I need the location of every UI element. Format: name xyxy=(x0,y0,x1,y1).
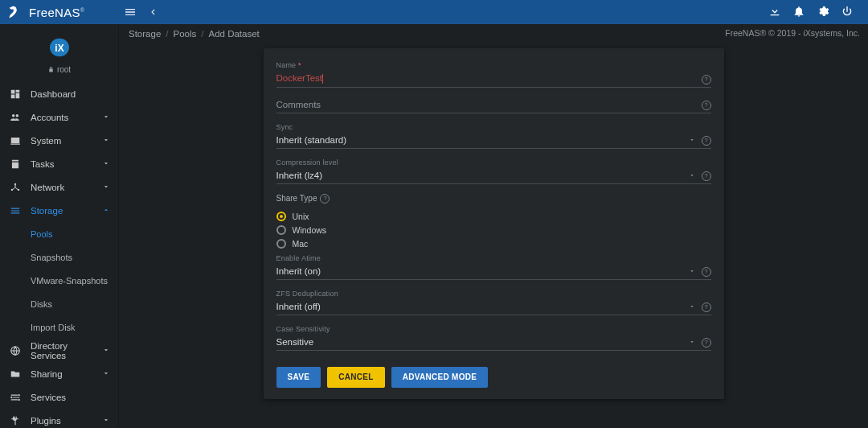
select-compression[interactable]: Inherit (lz4) xyxy=(276,168,711,184)
help-icon[interactable]: ? xyxy=(702,302,711,312)
chevron-left-icon xyxy=(147,6,158,18)
back-button[interactable] xyxy=(141,1,164,23)
advanced-mode-button[interactable]: ADVANCED MODE xyxy=(391,367,489,388)
label-name: Name * xyxy=(276,61,711,69)
nav-system[interactable]: System xyxy=(0,129,118,152)
gear-icon[interactable] xyxy=(817,5,829,20)
brand-name: FreeNAS® xyxy=(29,6,84,19)
field-atime: Enable Atime Inherit (on) ? xyxy=(276,254,711,280)
help-icon[interactable]: ? xyxy=(702,267,711,277)
nav-directory-services[interactable]: Directory Services xyxy=(0,339,118,362)
copyright: FreeNAS® © 2019 - iXsystems, Inc. xyxy=(725,28,860,38)
chevron-down-icon xyxy=(689,337,695,347)
brand-logo: FreeNAS® xyxy=(6,3,119,21)
field-compression: Compression level Inherit (lz4) ? xyxy=(276,158,711,184)
nav-network[interactable]: Network xyxy=(0,175,118,199)
field-sync: Sync Inherit (standard) ? xyxy=(276,123,711,149)
chevron-down-icon xyxy=(102,416,110,426)
field-name: Name * DockerTest ? xyxy=(276,61,711,88)
radio-mac[interactable]: Mac xyxy=(276,237,711,251)
help-icon[interactable]: ? xyxy=(702,101,711,110)
ix-logo: iX xyxy=(0,31,118,64)
select-case-sens[interactable]: Sensitive xyxy=(276,335,711,351)
help-icon[interactable]: ? xyxy=(702,136,711,146)
nav-list: Dashboard Accounts System Tasks Network xyxy=(0,82,118,428)
chevron-down-icon xyxy=(689,302,695,311)
svg-point-5 xyxy=(18,188,19,190)
subnav-vmware-snapshots[interactable]: VMware-Snapshots xyxy=(0,269,118,292)
crumb-pools[interactable]: Pools xyxy=(173,29,196,39)
nav-sharing[interactable]: Sharing xyxy=(0,362,118,385)
topbar: FreeNAS® xyxy=(0,0,868,24)
chevron-down-icon xyxy=(102,346,110,356)
subnav-snapshots[interactable]: Snapshots xyxy=(0,245,118,269)
svg-point-4 xyxy=(11,188,13,190)
radio-windows[interactable]: Windows xyxy=(276,224,711,237)
add-dataset-form: Name * DockerTest ? Comments ? Sync Inhe… xyxy=(264,48,724,399)
download-icon[interactable] xyxy=(768,5,781,20)
chevron-down-icon xyxy=(102,159,110,169)
nav-tasks[interactable]: Tasks xyxy=(0,152,118,175)
nav-plugins[interactable]: Plugins xyxy=(0,409,118,428)
form-buttons: SAVE CANCEL ADVANCED MODE xyxy=(276,367,711,388)
cancel-button[interactable]: CANCEL xyxy=(327,367,384,388)
nav-dashboard[interactable]: Dashboard xyxy=(0,82,118,105)
chevron-down-icon xyxy=(102,113,110,122)
chevron-down-icon xyxy=(102,183,110,192)
radio-icon xyxy=(276,212,286,221)
select-sync[interactable]: Inherit (standard) xyxy=(276,133,711,149)
label-sync: Sync xyxy=(276,123,711,131)
chevron-down-icon xyxy=(689,171,695,180)
help-icon[interactable]: ? xyxy=(702,75,711,84)
chevron-down-icon xyxy=(689,266,695,276)
svg-point-9 xyxy=(18,398,20,400)
current-user: root xyxy=(0,65,118,74)
bell-icon[interactable] xyxy=(792,5,805,20)
power-icon[interactable] xyxy=(841,5,854,20)
help-icon[interactable]: ? xyxy=(702,338,711,348)
field-case-sensitivity: Case Sensitivity Sensitive ? xyxy=(276,325,711,351)
lock-icon xyxy=(47,66,55,73)
share-type-heading: Share Type ? xyxy=(276,194,711,204)
save-button[interactable]: SAVE xyxy=(276,367,321,388)
radio-icon xyxy=(276,225,286,235)
input-comments[interactable]: Comments xyxy=(276,97,711,113)
subnav-disks[interactable]: Disks xyxy=(0,292,118,315)
label-case-sens: Case Sensitivity xyxy=(276,325,711,333)
menu-toggle[interactable] xyxy=(119,1,141,23)
label-dedup: ZFS Deduplication xyxy=(276,290,711,298)
label-compression: Compression level xyxy=(276,158,711,167)
svg-point-8 xyxy=(10,396,12,397)
svg-point-0 xyxy=(16,7,18,9)
field-comments: Comments ? xyxy=(276,97,711,113)
select-dedup[interactable]: Inherit (off) xyxy=(276,299,711,315)
select-atime[interactable]: Inherit (on) xyxy=(276,264,711,280)
help-icon[interactable]: ? xyxy=(320,194,330,204)
chevron-down-icon xyxy=(102,369,110,379)
crumb-storage[interactable]: Storage xyxy=(129,29,161,39)
chevron-down-icon xyxy=(689,135,695,145)
nav-services[interactable]: Services xyxy=(0,385,118,409)
input-name[interactable]: DockerTest xyxy=(276,71,711,88)
radio-unix[interactable]: Unix xyxy=(276,210,711,224)
help-icon[interactable]: ? xyxy=(702,171,711,181)
crumb-add-dataset: Add Dataset xyxy=(208,29,259,39)
freenas-logo-icon xyxy=(6,3,24,21)
sidebar: iX root Dashboard Accounts System xyxy=(0,24,119,428)
radio-icon xyxy=(276,239,286,249)
main-panel: Storage / Pools / Add Dataset FreeNAS® ©… xyxy=(119,24,868,428)
menu-icon xyxy=(124,6,137,19)
nav-accounts[interactable]: Accounts xyxy=(0,105,118,129)
chevron-down-icon xyxy=(102,136,110,146)
subnav-import-disk[interactable]: Import Disk xyxy=(0,315,118,339)
field-dedup: ZFS Deduplication Inherit (off) ? xyxy=(276,290,711,315)
svg-text:iX: iX xyxy=(55,43,63,54)
svg-point-7 xyxy=(18,393,20,395)
chevron-up-icon xyxy=(102,206,110,216)
nav-storage[interactable]: Storage xyxy=(0,199,118,222)
subnav-pools[interactable]: Pools xyxy=(0,222,118,245)
topbar-actions xyxy=(768,5,862,20)
label-atime: Enable Atime xyxy=(276,254,711,262)
